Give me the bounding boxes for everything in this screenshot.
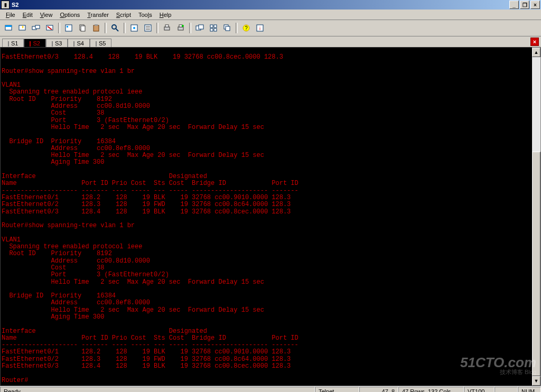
- svg-rect-26: [214, 25, 217, 27]
- close-button[interactable]: ×: [530, 1, 540, 9]
- menu-options[interactable]: Options: [56, 11, 83, 19]
- toolbar-separator: [236, 23, 238, 33]
- tab-close-button[interactable]: ×: [530, 38, 539, 46]
- status-size: 47 Rows, 132 Cols: [398, 387, 464, 392]
- toolbar-separator: [156, 23, 158, 33]
- status-protocol: Telnet: [315, 387, 359, 392]
- menu-view[interactable]: View: [36, 11, 57, 19]
- tab-s1[interactable]: S1: [2, 39, 24, 48]
- svg-rect-25: [210, 25, 213, 27]
- menu-help[interactable]: Help: [156, 11, 175, 19]
- paste-icon[interactable]: [90, 22, 102, 34]
- scrollbar-thumb[interactable]: [532, 152, 540, 376]
- tab-s3[interactable]: S3: [46, 39, 68, 48]
- svg-point-22: [182, 25, 184, 27]
- status-term: VT100: [464, 387, 495, 392]
- scroll-up-icon[interactable]: ▲: [532, 48, 540, 57]
- svg-point-13: [112, 25, 116, 29]
- svg-rect-10: [81, 26, 85, 31]
- menu-bar: File Edit View Options Transfer Script T…: [0, 10, 541, 20]
- cascade-icon[interactable]: [221, 22, 234, 34]
- scroll-down-icon[interactable]: ▼: [532, 376, 540, 386]
- print-icon[interactable]: [161, 22, 173, 34]
- status-caps: [495, 387, 518, 392]
- svg-rect-28: [214, 29, 217, 31]
- quick-connect-icon[interactable]: [16, 22, 29, 34]
- svg-rect-7: [66, 25, 72, 31]
- toolbar-separator: [124, 23, 126, 33]
- svg-rect-4: [35, 25, 40, 29]
- menu-transfer[interactable]: Transfer: [83, 11, 113, 19]
- toolbar-separator: [189, 23, 191, 33]
- restore-button[interactable]: ❐: [520, 1, 529, 9]
- scrollbar-track[interactable]: [532, 57, 540, 376]
- svg-point-16: [133, 27, 135, 29]
- terminal-output[interactable]: FastEthernet0/3 128.4 128 19 BLK 19 3276…: [1, 54, 540, 386]
- app-icon: ▮: [1, 1, 10, 9]
- menu-tools[interactable]: Tools: [135, 11, 156, 19]
- svg-rect-20: [178, 27, 183, 30]
- disconnect-icon[interactable]: [43, 22, 56, 34]
- menu-script[interactable]: Script: [113, 11, 135, 19]
- about-icon[interactable]: i: [254, 22, 266, 34]
- svg-rect-27: [210, 29, 213, 31]
- help-icon[interactable]: ?: [240, 22, 253, 34]
- svg-text:i: i: [259, 26, 260, 31]
- svg-rect-11: [94, 25, 99, 31]
- vertical-scrollbar[interactable]: ▲ ▼: [532, 48, 540, 386]
- svg-rect-1: [5, 25, 12, 27]
- svg-rect-18: [164, 27, 170, 30]
- svg-rect-30: [226, 26, 230, 31]
- new-window-icon[interactable]: [193, 22, 206, 34]
- svg-line-14: [116, 29, 118, 31]
- tab-s5[interactable]: S5: [90, 39, 111, 48]
- menu-edit[interactable]: Edit: [19, 11, 36, 19]
- properties-icon[interactable]: [128, 22, 141, 34]
- settings-icon[interactable]: [62, 22, 75, 34]
- status-ready: Ready: [0, 387, 315, 392]
- menu-file[interactable]: File: [2, 11, 19, 19]
- status-cursor: 47, 8: [359, 387, 398, 392]
- toolbar: ? i: [0, 20, 541, 36]
- copy-icon[interactable]: [76, 22, 89, 34]
- svg-rect-8: [67, 26, 68, 27]
- window-title: S2: [12, 2, 18, 8]
- print-screen-icon[interactable]: [174, 22, 187, 34]
- connect-icon[interactable]: [2, 22, 15, 34]
- svg-text:?: ?: [245, 25, 248, 31]
- terminal-container: FastEthernet0/3 128.4 128 19 BLK 19 3276…: [0, 47, 541, 386]
- tab-s4[interactable]: S4: [68, 39, 89, 48]
- status-bar: Ready Telnet 47, 8 47 Rows, 132 Cols VT1…: [0, 386, 541, 392]
- session-options-icon[interactable]: [142, 22, 154, 34]
- session-tab-bar: S1 S2 S3 S4 S5 ×: [0, 36, 541, 47]
- tile-icon[interactable]: [207, 22, 220, 34]
- toolbar-separator: [105, 23, 107, 33]
- minimize-button[interactable]: _: [509, 1, 519, 9]
- reconnect-icon[interactable]: [30, 22, 42, 34]
- svg-rect-19: [165, 25, 169, 27]
- window-titlebar: ▮ S2 _ ❐ ×: [0, 0, 541, 10]
- status-num: NUM: [518, 387, 541, 392]
- toolbar-separator: [58, 23, 60, 33]
- find-icon[interactable]: [109, 22, 122, 34]
- svg-rect-24: [199, 25, 203, 29]
- tab-s2[interactable]: S2: [24, 39, 45, 48]
- svg-rect-12: [95, 24, 98, 26]
